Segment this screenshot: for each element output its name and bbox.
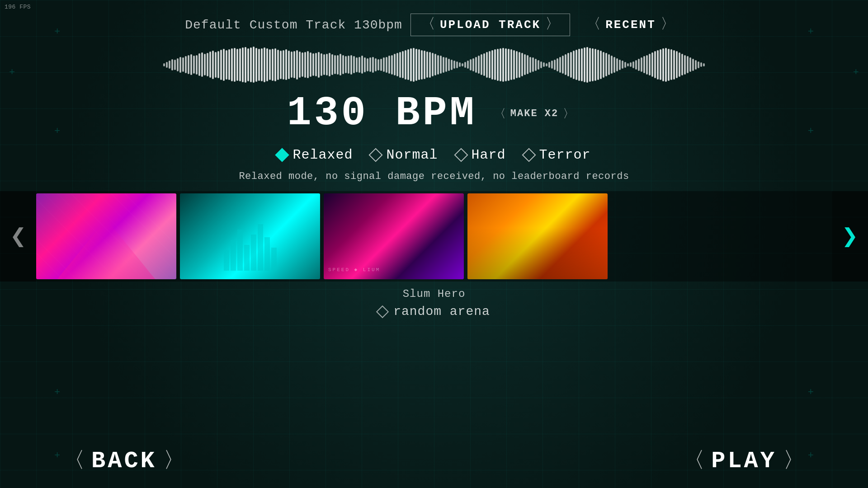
- difficulty-normal[interactable]: Normal: [371, 147, 438, 163]
- upload-track-button[interactable]: 〈 UPLOAD TRACK 〉: [410, 14, 570, 36]
- relaxed-diamond: [275, 148, 289, 162]
- waveform-bar-28: [239, 48, 241, 81]
- random-arena-row[interactable]: random arena: [378, 305, 490, 319]
- waveform-bar-3: [171, 59, 173, 70]
- waveform-bar-94: [418, 49, 420, 80]
- waveform-bar-182: [657, 50, 659, 80]
- waveform-bar-186: [668, 49, 670, 81]
- waveform-bar-115: [475, 57, 477, 73]
- waveform-bar-42: [277, 50, 279, 80]
- waveform-bar-183: [660, 49, 661, 80]
- waveform-bar-32: [250, 47, 252, 82]
- stage-card-4[interactable]: [467, 193, 608, 279]
- waveform-bar-91: [410, 48, 412, 81]
- terror-diamond: [522, 148, 536, 162]
- waveform-bar-41: [274, 48, 276, 81]
- waveform-bar-198: [700, 62, 702, 67]
- waveform-bar-23: [226, 50, 227, 80]
- waveform-bar-107: [453, 61, 455, 69]
- play-label: PLAY: [711, 448, 777, 474]
- waveform-bar-122: [494, 49, 496, 80]
- waveform-bar-100: [434, 54, 436, 75]
- stage-2-buildings: [194, 219, 306, 271]
- waveform-bar-113: [470, 59, 472, 70]
- waveform-bar-121: [491, 50, 493, 80]
- waveform-bar-87: [399, 52, 401, 78]
- waveform-bar-149: [567, 53, 569, 76]
- waveform-bar-52: [304, 52, 306, 78]
- waveform-bar-144: [554, 60, 556, 70]
- waveform-bar-174: [635, 60, 637, 70]
- recent-left-bracket: 〈: [586, 18, 601, 32]
- waveform-bar-199: [703, 63, 705, 66]
- waveform-bar-164: [608, 54, 610, 75]
- waveform-bar-155: [584, 47, 585, 82]
- waveform-bar-116: [478, 56, 480, 74]
- waveform-bar-150: [570, 52, 572, 78]
- waveform-bar-156: [586, 47, 588, 83]
- stage-1-inner: [36, 193, 176, 279]
- waveform-bar-79: [377, 59, 379, 70]
- waveform-bar-96: [424, 51, 425, 79]
- back-button[interactable]: 〈 BACK 〉: [63, 448, 185, 474]
- stage-card-1[interactable]: [36, 193, 176, 279]
- waveform-bar-95: [421, 50, 423, 80]
- waveform-bar-127: [508, 49, 509, 81]
- stage-card-3[interactable]: SPEED ◆ LIUM: [324, 193, 464, 279]
- carousel-prev-button[interactable]: ❮: [0, 191, 36, 282]
- fps-counter: 196 FPS: [5, 4, 31, 10]
- difficulty-relaxed[interactable]: Relaxed: [277, 147, 353, 163]
- waveform-bar-140: [543, 62, 545, 67]
- waveform-bar-69: [350, 55, 352, 75]
- waveform-bar-80: [380, 59, 382, 71]
- track-title: Default Custom Track 130bpm: [185, 18, 402, 32]
- waveform-bar-48: [293, 51, 295, 78]
- waveform-bar-16: [207, 53, 208, 76]
- waveform-bar-43: [280, 51, 282, 79]
- waveform-bar-33: [253, 47, 255, 83]
- carousel-next-button[interactable]: ❯: [832, 191, 868, 282]
- difficulty-row: Relaxed Normal Hard Terror: [277, 147, 590, 163]
- waveform-bar-114: [472, 58, 474, 71]
- recent-button[interactable]: 〈 RECENT 〉: [578, 14, 683, 36]
- stage-2-inner: [180, 193, 320, 279]
- stage-card-2[interactable]: [180, 193, 320, 279]
- waveform-bar-165: [611, 56, 613, 74]
- main-container: Default Custom Track 130bpm 〈 UPLOAD TRA…: [0, 0, 868, 488]
- building-5: [251, 235, 256, 271]
- make-x2-button[interactable]: 〈 MAKE X2 〉: [488, 103, 581, 124]
- waveform-bar-90: [407, 49, 409, 80]
- waveform-bar-142: [548, 62, 550, 68]
- waveform-bar-70: [353, 56, 355, 73]
- waveform-bar-118: [483, 53, 485, 76]
- waveform-bar-8: [185, 56, 187, 73]
- waveform-bar-172: [630, 62, 632, 67]
- waveform-bar-99: [432, 53, 434, 76]
- waveform-bar-133: [524, 54, 526, 75]
- waveform-bar-98: [429, 52, 431, 78]
- difficulty-terror[interactable]: Terror: [524, 147, 591, 163]
- waveform-bar-173: [632, 61, 634, 68]
- normal-diamond: [369, 148, 383, 162]
- waveform-bar-26: [234, 48, 236, 82]
- waveform-bar-194: [689, 57, 691, 72]
- waveform-bar-189: [676, 51, 678, 78]
- waveform-bar-175: [638, 59, 640, 71]
- play-button[interactable]: 〈 PLAY 〉: [683, 448, 805, 474]
- waveform-bar-24: [228, 49, 230, 80]
- upload-right-bracket: 〉: [545, 18, 560, 32]
- waveform-bar-167: [616, 58, 618, 71]
- bpm-display: 130 BPM: [287, 90, 477, 136]
- waveform-bar-88: [402, 51, 404, 78]
- waveform-bar-25: [231, 48, 233, 81]
- waveform-bar-101: [437, 55, 439, 75]
- waveform-bar-141: [546, 63, 547, 66]
- waveform-bar-4: [174, 60, 176, 70]
- difficulty-hard[interactable]: Hard: [456, 147, 506, 163]
- waveform-bar-14: [201, 52, 203, 77]
- waveform-bar-162: [603, 52, 604, 78]
- waveform-bar-62: [331, 54, 333, 75]
- waveform-bar-139: [540, 61, 542, 68]
- waveform-bar-30: [245, 47, 246, 83]
- stage-1-triangle: [57, 219, 156, 279]
